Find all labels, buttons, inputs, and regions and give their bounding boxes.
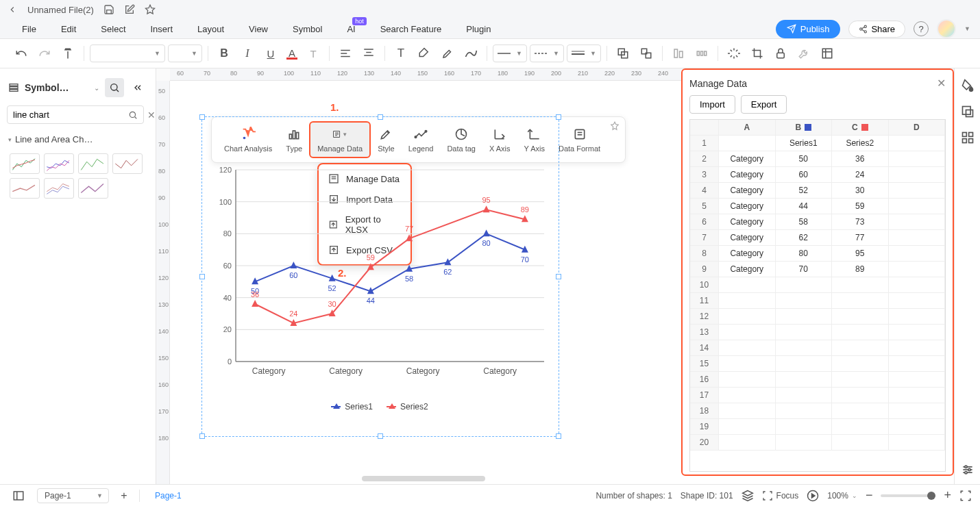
resize-handle[interactable] bbox=[199, 114, 205, 120]
fill-button[interactable] bbox=[414, 44, 434, 63]
zoom-in-button[interactable]: + bbox=[944, 488, 951, 503]
sidebar-collapse-button[interactable] bbox=[128, 78, 147, 97]
menu-layout[interactable]: Layout bbox=[185, 21, 236, 37]
line-weight-select[interactable]: ▼ bbox=[567, 45, 601, 62]
menu-ai[interactable]: AIhot bbox=[334, 21, 367, 37]
underline-button[interactable]: U bbox=[260, 44, 281, 63]
chart-dataformat-button[interactable]: Data Format bbox=[552, 124, 607, 155]
sidebar-dropdown-caret[interactable]: ⌄ bbox=[94, 84, 99, 92]
publish-button[interactable]: Publish bbox=[776, 20, 841, 38]
svg-text:89: 89 bbox=[521, 205, 529, 214]
back-icon[interactable] bbox=[7, 4, 18, 15]
play-button[interactable] bbox=[807, 490, 819, 502]
user-menu-caret[interactable]: ▼ bbox=[964, 25, 970, 32]
menu-select[interactable]: Select bbox=[88, 21, 138, 37]
align-h-button[interactable] bbox=[335, 44, 356, 63]
effects-button[interactable] bbox=[724, 44, 744, 63]
crop-button[interactable] bbox=[747, 44, 768, 63]
add-page-button[interactable]: + bbox=[117, 489, 131, 503]
pin-toolbar-button[interactable] bbox=[610, 121, 620, 133]
page-tab[interactable]: Page-1 bbox=[148, 491, 188, 501]
fill-tool-icon[interactable] bbox=[960, 78, 975, 93]
import-button[interactable]: Import bbox=[689, 95, 735, 114]
resize-handle[interactable] bbox=[378, 114, 383, 120]
group-button[interactable] bbox=[613, 44, 633, 63]
zoom-slider[interactable] bbox=[881, 494, 935, 497]
chart-thumb[interactable] bbox=[10, 153, 40, 174]
grid-tool-icon[interactable] bbox=[960, 130, 975, 145]
italic-button[interactable]: I bbox=[237, 44, 258, 63]
line-dash-select[interactable]: ▼ bbox=[530, 45, 564, 62]
edit-icon[interactable] bbox=[124, 4, 135, 15]
menu-plugin[interactable]: Plugin bbox=[454, 21, 503, 37]
panel-toggle-button[interactable] bbox=[8, 486, 29, 505]
zoom-out-button[interactable]: − bbox=[866, 488, 873, 503]
format-painter-button[interactable] bbox=[58, 44, 78, 63]
resize-handle[interactable] bbox=[556, 274, 561, 279]
font-size-select[interactable]: ▼ bbox=[168, 45, 202, 62]
font-family-select[interactable]: ▼ bbox=[90, 45, 165, 62]
save-icon[interactable] bbox=[103, 4, 114, 15]
lock-button[interactable] bbox=[770, 44, 791, 63]
zoom-level[interactable]: 100% ⌄ bbox=[827, 491, 857, 501]
layers-button[interactable] bbox=[742, 490, 754, 502]
page-selector[interactable]: Page-1▼ bbox=[37, 488, 109, 503]
symbol-search-input[interactable] bbox=[7, 105, 144, 124]
star-icon[interactable] bbox=[145, 4, 156, 15]
tools-button[interactable] bbox=[794, 44, 814, 63]
chart-thumb[interactable] bbox=[44, 153, 74, 174]
chart-thumb[interactable] bbox=[10, 178, 40, 199]
svg-rect-109 bbox=[962, 133, 966, 137]
user-avatar[interactable] bbox=[937, 19, 956, 38]
focus-button[interactable]: Focus bbox=[762, 490, 799, 501]
share-button[interactable]: Share bbox=[848, 21, 905, 38]
shape-tool-icon[interactable] bbox=[960, 104, 975, 119]
export-button[interactable]: Export bbox=[741, 95, 787, 114]
menu-symbol[interactable]: Symbol bbox=[280, 21, 334, 37]
bold-button[interactable]: B bbox=[214, 44, 234, 63]
table-button[interactable] bbox=[817, 44, 837, 63]
menu-file[interactable]: File bbox=[10, 21, 49, 37]
connector-button[interactable] bbox=[461, 44, 481, 63]
chart-thumb[interactable] bbox=[78, 178, 108, 199]
resize-handle[interactable] bbox=[199, 274, 205, 279]
resize-handle[interactable] bbox=[556, 433, 561, 439]
library-icon bbox=[8, 82, 19, 93]
fullscreen-button[interactable] bbox=[959, 490, 972, 502]
resize-handle[interactable] bbox=[556, 114, 561, 120]
highlight-button[interactable] bbox=[437, 44, 458, 63]
horizontal-scrollbar[interactable] bbox=[362, 476, 485, 481]
resize-handle[interactable] bbox=[199, 433, 205, 439]
menu-edit[interactable]: Edit bbox=[49, 21, 88, 37]
line-style-select[interactable]: ▼ bbox=[493, 45, 527, 62]
align-v-button[interactable] bbox=[358, 44, 379, 63]
chart-thumb[interactable] bbox=[44, 178, 74, 199]
chart-thumb[interactable] bbox=[112, 153, 143, 174]
align-objects-button[interactable] bbox=[668, 44, 689, 63]
svg-rect-24 bbox=[705, 51, 707, 55]
settings-tool-icon[interactable] bbox=[960, 462, 975, 477]
manage-data-panel: Manage Data ✕ Import Export ABCD1Series1… bbox=[681, 68, 954, 476]
text-tool-button[interactable]: T bbox=[391, 44, 411, 63]
undo-button[interactable] bbox=[11, 44, 32, 63]
line-chart[interactable]: 020406080100120CategoryCategoryCategoryC… bbox=[208, 163, 551, 396]
close-panel-button[interactable]: ✕ bbox=[937, 77, 946, 90]
ungroup-button[interactable] bbox=[636, 44, 657, 63]
redo-button[interactable] bbox=[34, 44, 55, 63]
document-title[interactable]: Unnamed File(2) bbox=[27, 5, 94, 15]
svg-marker-93 bbox=[252, 300, 258, 307]
chart-thumb[interactable] bbox=[78, 153, 108, 174]
font-color-button[interactable]: A bbox=[284, 44, 300, 63]
svg-text:120: 120 bbox=[219, 166, 232, 174]
distribute-button[interactable] bbox=[691, 44, 712, 63]
menu-search-feature[interactable]: Search Feature bbox=[368, 21, 454, 37]
help-button[interactable]: ? bbox=[914, 21, 929, 36]
data-grid[interactable]: ABCD1Series1Series22Category50363Categor… bbox=[689, 119, 946, 472]
sidebar-search-button[interactable] bbox=[105, 78, 124, 97]
category-line-area[interactable]: ▾ Line and Area Ch… bbox=[7, 131, 149, 148]
text-style-button[interactable]: T bbox=[303, 44, 323, 63]
menu-view[interactable]: View bbox=[236, 21, 280, 37]
clear-search-button[interactable]: ✕ bbox=[147, 110, 156, 121]
menu-insert[interactable]: Insert bbox=[138, 21, 186, 37]
resize-handle[interactable] bbox=[378, 433, 383, 439]
